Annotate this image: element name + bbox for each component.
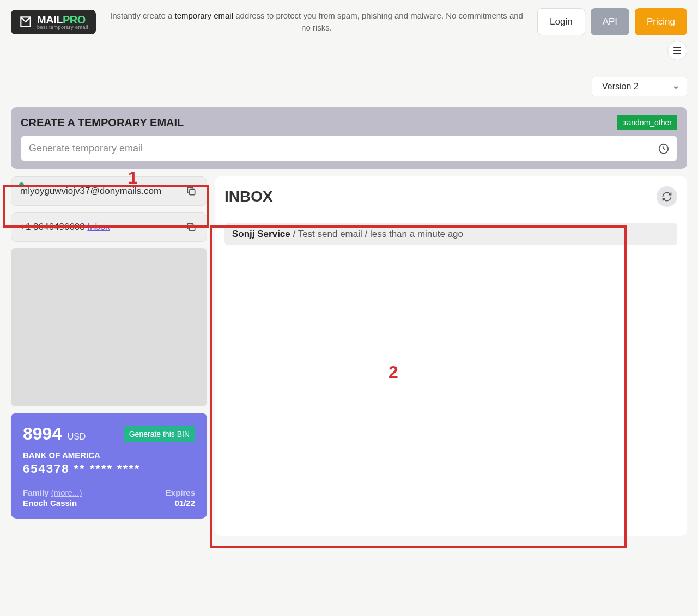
- tagline: Instantly create a temporary email addre…: [107, 10, 526, 34]
- create-title: CREATE A TEMPORARY EMAIL: [21, 117, 184, 129]
- copy-email-icon[interactable]: [185, 185, 198, 198]
- version-select[interactable]: Version 2: [592, 77, 687, 96]
- email-address: mlyoyguwviojv37@donymails.com: [20, 186, 179, 197]
- menu-button[interactable]: ☰: [667, 41, 687, 60]
- bin-card: 8994 USD Generate this BIN BANK OF AMERI…: [11, 413, 207, 519]
- inbox-item-sender: Sonjj Service: [232, 229, 290, 239]
- bin-currency: USD: [68, 432, 86, 441]
- bin-expires-label: Expires: [166, 488, 195, 497]
- logo-mail-icon: [19, 15, 33, 29]
- status-dot-icon: [19, 182, 24, 187]
- bin-family-value: Enoch Cassin: [23, 498, 82, 508]
- login-button[interactable]: Login: [537, 8, 585, 35]
- bin-bank: BANK OF AMERICA: [23, 450, 195, 460]
- svg-rect-1: [190, 190, 195, 195]
- inbox-item-subject: Test send email: [298, 229, 362, 239]
- svg-rect-2: [190, 225, 195, 231]
- hamburger-icon: ☰: [673, 45, 682, 57]
- logo[interactable]: MAILPRO best temporary email: [11, 10, 96, 34]
- version-selected: Version 2: [602, 82, 639, 91]
- bin-number: 8994: [23, 424, 62, 443]
- email-input[interactable]: [21, 136, 677, 161]
- bin-expires-value: 01/22: [166, 498, 195, 508]
- inbox-panel: INBOX Sonjj Service / Test send email / …: [215, 176, 687, 536]
- bin-more-link[interactable]: (more...): [51, 488, 82, 497]
- email-card[interactable]: mlyoyguwviojv37@donymails.com: [11, 176, 207, 206]
- logo-subtext: best temporary email: [37, 25, 88, 30]
- phone-inbox-link[interactable]: Inbox: [87, 222, 110, 232]
- refresh-button[interactable]: [657, 186, 677, 207]
- ad-placeholder: [11, 248, 207, 406]
- pricing-button[interactable]: Pricing: [635, 8, 687, 35]
- logo-text: MAILPRO: [37, 14, 88, 25]
- random-other-button[interactable]: :random_other: [617, 115, 677, 130]
- api-button[interactable]: API: [591, 8, 629, 35]
- phone-card[interactable]: +1 8646496603 Inbox: [11, 212, 207, 242]
- phone-number: +1 8646496603: [20, 222, 85, 232]
- copy-phone-icon[interactable]: [185, 221, 198, 234]
- bin-card-number: 654378 ** **** ****: [23, 462, 195, 476]
- bin-family-label: Family: [23, 488, 49, 497]
- generate-bin-button[interactable]: Generate this BIN: [124, 426, 195, 442]
- inbox-title: INBOX: [224, 188, 273, 205]
- inbox-item-time: less than a minute ago: [370, 229, 463, 239]
- clock-icon[interactable]: [658, 143, 670, 155]
- inbox-item[interactable]: Sonjj Service / Test send email / less t…: [224, 223, 677, 245]
- refresh-icon: [661, 191, 672, 202]
